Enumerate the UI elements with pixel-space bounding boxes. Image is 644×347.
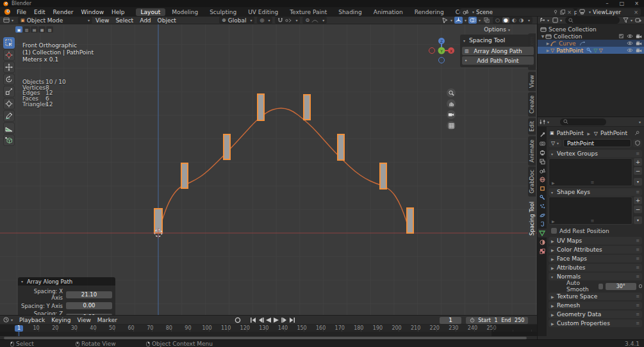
outliner-editor-type-button[interactable]: ▾ <box>538 17 551 23</box>
workspace-tab[interactable]: Modeling <box>167 8 203 16</box>
orthographic-toggle-button[interactable] <box>447 121 456 130</box>
properties-panel-collapsed[interactable]: ▶ Custom Properties ≡ <box>549 319 642 327</box>
tool-scale[interactable] <box>3 86 15 97</box>
properties-panel-collapsed[interactable]: ▶ Texture Space ≡ <box>549 293 642 300</box>
properties-tab-constraints[interactable] <box>538 220 547 229</box>
panel-drag-handle[interactable]: ≡ <box>636 312 640 317</box>
jump-to-end-button[interactable] <box>288 316 295 323</box>
select-mode-subtract-icon[interactable]: ▤ <box>31 26 38 33</box>
workspace-tab[interactable]: Rendering <box>409 8 449 16</box>
properties-editor-type-button[interactable]: ▾ <box>538 119 551 125</box>
viewport-menu[interactable]: Select <box>112 17 136 24</box>
tool-cursor[interactable] <box>3 49 15 61</box>
disable-render-camera-icon[interactable] <box>636 34 642 39</box>
tool-move[interactable] <box>3 61 15 73</box>
workspace-tab[interactable]: Layout <box>136 8 166 16</box>
panel-drag-handle[interactable]: ≡ <box>636 256 640 261</box>
wireframe-shading-icon[interactable]: ○ <box>495 17 500 23</box>
breadcrumb-data[interactable]: PathPoint <box>600 130 627 136</box>
viewport-menu[interactable]: Object <box>154 17 179 24</box>
xray-toggle[interactable] <box>483 17 491 24</box>
tool-select-box[interactable] <box>3 37 15 49</box>
pan-button[interactable] <box>447 99 456 108</box>
panel-drag-handle[interactable]: ≡ <box>636 238 640 243</box>
select-mode-invert-icon[interactable]: ▦ <box>38 26 45 33</box>
viewport-menu[interactable]: View <box>92 17 112 24</box>
topbar-menu[interactable]: Edit <box>30 9 49 15</box>
workspace-tab[interactable]: Animation <box>368 8 408 16</box>
options-dropdown[interactable]: Options▾ <box>484 26 510 33</box>
material-shading-icon[interactable]: ◐ <box>512 17 516 23</box>
next-keyframe-button[interactable] <box>281 316 287 323</box>
expand-icon[interactable]: ▶ <box>545 41 550 45</box>
panel-collapse-icon[interactable]: ▾ <box>463 38 469 43</box>
sidebar-tab[interactable]: View <box>528 72 536 91</box>
add-vertex-group-button[interactable]: + <box>634 158 642 166</box>
previous-keyframe-button[interactable] <box>258 316 264 323</box>
viewport-menu[interactable]: Add <box>136 17 154 24</box>
select-mode-set-icon[interactable]: ▣ <box>15 26 22 33</box>
disable-render-camera-icon[interactable] <box>636 48 642 53</box>
pin-id-icon[interactable] <box>634 131 640 136</box>
array-along-path-button[interactable]: ▥ Array Along Path <box>462 47 534 55</box>
collapse-icon[interactable]: ▼ <box>540 34 545 38</box>
mode-dropdown[interactable]: ▣ Object Mode ▾ <box>18 17 92 24</box>
panel-expand-icon[interactable]: ▶ <box>551 303 557 308</box>
panel-drag-handle[interactable]: ≡ <box>636 274 640 279</box>
proportional-edit-group[interactable]: ⊙ ▾ <box>302 17 327 24</box>
exclude-checkbox-icon[interactable] <box>618 33 624 39</box>
properties-tab-view-layer[interactable] <box>538 157 547 166</box>
panel-drag-handle[interactable]: ≡ <box>636 151 640 156</box>
current-frame-field[interactable]: 1 <box>440 317 461 324</box>
properties-panel-collapsed[interactable]: ▶ UV Maps ≡ <box>549 237 642 245</box>
panel-expand-icon[interactable]: ▶ <box>551 257 557 261</box>
breadcrumb-object[interactable]: PathPoint <box>557 130 584 136</box>
zoom-button[interactable] <box>447 88 456 97</box>
scene-selector[interactable]: ▾ Scene × <box>460 8 574 16</box>
mesh-name-field[interactable]: PathPoint <box>563 139 631 147</box>
shape-key-specials-button[interactable]: ▾ <box>634 216 642 224</box>
outliner-display-mode-button[interactable]: ▾ <box>551 17 563 23</box>
panel-drag-handle[interactable]: ≡ <box>636 190 640 195</box>
blender-menu-icon[interactable] <box>4 8 11 15</box>
panel-drag-handle[interactable]: ≡ <box>636 265 640 270</box>
properties-tab-world[interactable] <box>538 175 547 184</box>
timeline-editor-type-button[interactable]: ▾ <box>0 317 16 323</box>
add-path-point-button[interactable]: • Add Path Point <box>462 56 534 65</box>
outliner-row-pathpoint[interactable]: ▶ ▽ PathPoint ▽ ▽ <box>538 47 644 54</box>
properties-tab-tool[interactable] <box>538 130 547 139</box>
properties-panel-collapsed[interactable]: ▶ Face Maps ≡ <box>549 255 642 262</box>
frame-range-fields[interactable]: Start 1 End 250 <box>466 317 528 324</box>
rendered-shading-icon[interactable]: ◑ <box>519 17 524 23</box>
properties-tab-output[interactable] <box>538 148 547 157</box>
vertex-group-specials-button[interactable]: ▾ <box>634 178 642 186</box>
unlink-scene-icon[interactable]: × <box>567 9 572 15</box>
disable-render-camera-icon[interactable] <box>636 41 642 46</box>
auto-smooth-angle-slider[interactable]: 30° <box>606 283 636 290</box>
properties-tab-object-data[interactable] <box>538 229 547 238</box>
outliner-row-scene-collection[interactable]: Scene Collection <box>538 26 644 33</box>
gizmo-minus-x-axis[interactable] <box>429 48 435 54</box>
properties-search-input[interactable] <box>560 118 606 125</box>
properties-panel-collapsed[interactable]: ▶ Geometry Data ≡ <box>549 311 642 318</box>
start-value[interactable]: 1 <box>494 318 497 323</box>
scene-dropdown-caret[interactable]: ▾ <box>472 10 474 14</box>
viewlayer-dropdown-caret[interactable]: ▾ <box>589 10 591 14</box>
animate-property-button[interactable] <box>639 284 642 288</box>
sidebar-tab[interactable]: Edit <box>528 118 536 134</box>
properties-panel-collapsed[interactable]: ▶ Attributes ≡ <box>549 264 642 271</box>
shape-keys-panel-header[interactable]: ▾ Shape Keys ≡ <box>549 188 642 196</box>
tool-add-cube[interactable] <box>3 134 15 146</box>
hide-viewport-eye-icon[interactable] <box>627 41 633 45</box>
outliner-row-curve[interactable]: ▶ Curve <box>538 40 644 47</box>
overlays-toggle[interactable]: ▾ <box>468 17 481 24</box>
properties-panel-collapsed[interactable]: ▶ Color Attributes ≡ <box>549 246 642 254</box>
properties-tab-texture[interactable] <box>538 246 547 255</box>
panel-expand-icon[interactable]: ▶ <box>551 312 557 317</box>
timeline-menu[interactable]: View <box>74 317 94 323</box>
properties-tab-modifiers[interactable] <box>538 193 547 202</box>
end-value[interactable]: 250 <box>515 318 524 323</box>
panel-expand-icon[interactable]: ▶ <box>551 321 557 326</box>
timeline-menu[interactable]: Keying <box>48 317 74 323</box>
topbar-menu[interactable]: File <box>13 9 30 15</box>
